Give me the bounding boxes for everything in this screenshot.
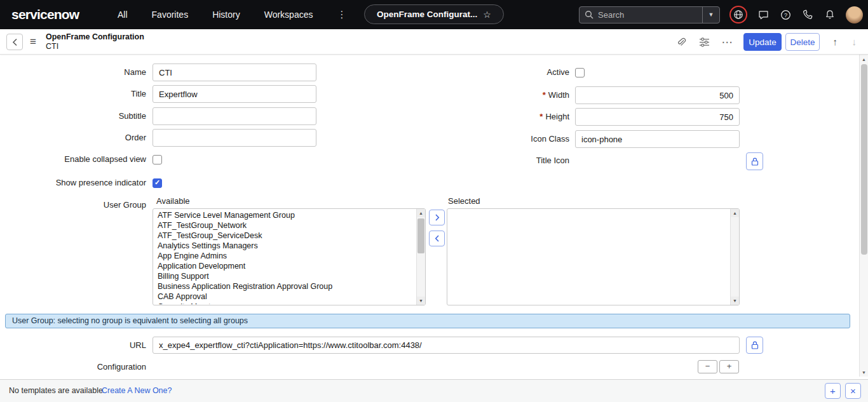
- enable-collapsed-view-label: Enable collapsed view: [13, 151, 146, 168]
- list-item[interactable]: ATF_TestGroup_ServiceDesk: [154, 231, 416, 241]
- paperclip-icon: [677, 37, 686, 48]
- url-label: URL: [13, 337, 146, 354]
- zoom-out-button[interactable]: −: [698, 360, 717, 373]
- user-avatar[interactable]: [846, 6, 863, 23]
- order-input[interactable]: [153, 129, 316, 147]
- nav-workspaces[interactable]: Workspaces: [264, 10, 313, 20]
- height-label: *Height: [407, 108, 569, 126]
- record-title: OpenFrame Configuration CTI: [46, 32, 144, 51]
- subtitle-label: Subtitle: [13, 107, 146, 125]
- next-record-icon[interactable]: ↓: [852, 36, 857, 47]
- search-input[interactable]: [598, 10, 702, 20]
- help-icon: ?: [780, 10, 791, 20]
- back-chevron-icon: [12, 38, 18, 46]
- zoom-in-button[interactable]: +: [719, 360, 739, 373]
- scrollbar-thumb[interactable]: [861, 64, 867, 255]
- available-listbox[interactable]: ATF Service Level Management Group ATF_T…: [153, 208, 426, 305]
- phone-button[interactable]: [801, 8, 814, 21]
- list-item[interactable]: Analytics Settings Managers: [154, 241, 416, 251]
- nav-more-kebab-icon[interactable]: ⋮: [337, 9, 346, 20]
- create-template-link[interactable]: Create A New One?: [102, 380, 172, 401]
- active-checkbox[interactable]: [575, 68, 585, 77]
- update-button[interactable]: Update: [743, 33, 782, 51]
- title-label: Title: [13, 85, 146, 103]
- list-item[interactable]: ATF Service Level Management Group: [154, 210, 416, 220]
- globe-scope-button[interactable]: [729, 6, 747, 23]
- back-button[interactable]: [6, 34, 23, 50]
- list-item[interactable]: App Engine Admins: [154, 251, 416, 261]
- title-icon-lock-button[interactable]: [746, 152, 763, 170]
- global-search[interactable]: ▼: [579, 6, 720, 23]
- current-tab-pill[interactable]: OpenFrame Configurat... ☆: [364, 4, 504, 24]
- title-input[interactable]: [153, 85, 316, 103]
- selected-scrollbar[interactable]: ▲ ▼: [730, 209, 739, 305]
- nav-history[interactable]: History: [212, 10, 240, 20]
- close-footer-button[interactable]: ×: [845, 383, 861, 399]
- personalize-form-button[interactable]: [698, 36, 710, 48]
- enable-collapsed-view-checkbox[interactable]: [153, 155, 162, 164]
- scroll-down-icon[interactable]: ▼: [417, 297, 425, 305]
- subtitle-input[interactable]: [153, 107, 316, 125]
- list-item[interactable]: Billing Support: [154, 271, 416, 281]
- attachment-button[interactable]: [675, 36, 688, 48]
- search-icon: [585, 10, 593, 19]
- show-presence-indicator-checkbox[interactable]: [153, 178, 162, 188]
- chevron-down-icon: ▼: [709, 11, 714, 18]
- move-left-button[interactable]: [429, 231, 445, 246]
- primary-nav: All Favorites History Workspaces ⋮: [118, 0, 346, 29]
- list-item[interactable]: Business Application Registration Approv…: [154, 281, 416, 291]
- url-input[interactable]: [153, 337, 740, 354]
- search-scope-caret[interactable]: ▼: [702, 7, 719, 23]
- bell-icon: [825, 10, 835, 20]
- add-template-button[interactable]: +: [825, 383, 841, 399]
- more-options-icon[interactable]: ⋯: [721, 36, 733, 48]
- icon-class-label: Icon Class: [407, 130, 569, 148]
- selected-listbox[interactable]: ▲ ▼: [447, 208, 740, 305]
- form-context-menu-icon[interactable]: ≡: [30, 36, 36, 48]
- help-button[interactable]: ?: [779, 8, 792, 21]
- chevron-right-icon: [435, 214, 440, 221]
- current-tab-label: OpenFrame Configurat...: [377, 10, 477, 19]
- active-label: Active: [407, 64, 569, 81]
- height-input[interactable]: [575, 108, 740, 126]
- chevron-left-icon: [435, 235, 440, 242]
- width-input[interactable]: [575, 86, 740, 104]
- list-item[interactable]: Capacity Mgmt: [154, 302, 416, 304]
- nav-all[interactable]: All: [118, 10, 128, 20]
- available-scrollbar[interactable]: ▲ ▼: [416, 209, 425, 305]
- favorite-star-icon[interactable]: ☆: [483, 10, 491, 20]
- list-item[interactable]: ATF_TestGroup_Network: [154, 220, 416, 231]
- chat-button[interactable]: [757, 8, 770, 21]
- top-nav-bar: servicenow All Favorites History Workspa…: [0, 0, 868, 29]
- list-item[interactable]: CAB Approval: [154, 291, 416, 302]
- width-label: *Width: [407, 86, 569, 104]
- record-header-icons: ⋯: [675, 36, 733, 48]
- app: servicenow All Favorites History Workspa…: [0, 0, 868, 402]
- scroll-down-icon[interactable]: ▼: [731, 297, 739, 305]
- title-icon-label: Title Icon: [407, 152, 569, 170]
- globe-icon: [733, 10, 743, 20]
- icon-class-input[interactable]: [575, 130, 740, 148]
- notifications-button[interactable]: [824, 8, 836, 21]
- available-label: Available: [156, 196, 190, 206]
- list-item[interactable]: Application Development: [154, 261, 416, 271]
- name-input[interactable]: [153, 64, 316, 81]
- scrollbar-thumb[interactable]: [417, 218, 424, 253]
- topbar-right-cluster: ▼ ?: [579, 0, 863, 29]
- scroll-up-icon[interactable]: ▲: [731, 209, 739, 217]
- record-title-name: CTI: [46, 42, 144, 51]
- configuration-label: Configuration: [13, 358, 146, 376]
- nav-favorites[interactable]: Favorites: [152, 10, 189, 20]
- scroll-up-icon[interactable]: ▲: [417, 209, 425, 217]
- scroll-down-icon[interactable]: ▼: [860, 368, 868, 377]
- svg-text:?: ?: [784, 11, 787, 18]
- required-icon: *: [539, 112, 543, 121]
- url-lock-button[interactable]: [746, 337, 763, 354]
- page-scrollbar[interactable]: ▲ ▼: [859, 55, 868, 377]
- info-message: User Group: selecting no group is equiva…: [5, 314, 850, 328]
- previous-record-icon[interactable]: ↑: [833, 36, 838, 47]
- delete-button[interactable]: Delete: [785, 33, 820, 51]
- scroll-up-icon[interactable]: ▲: [860, 55, 868, 64]
- chat-icon: [758, 10, 769, 20]
- move-right-button[interactable]: [429, 210, 445, 225]
